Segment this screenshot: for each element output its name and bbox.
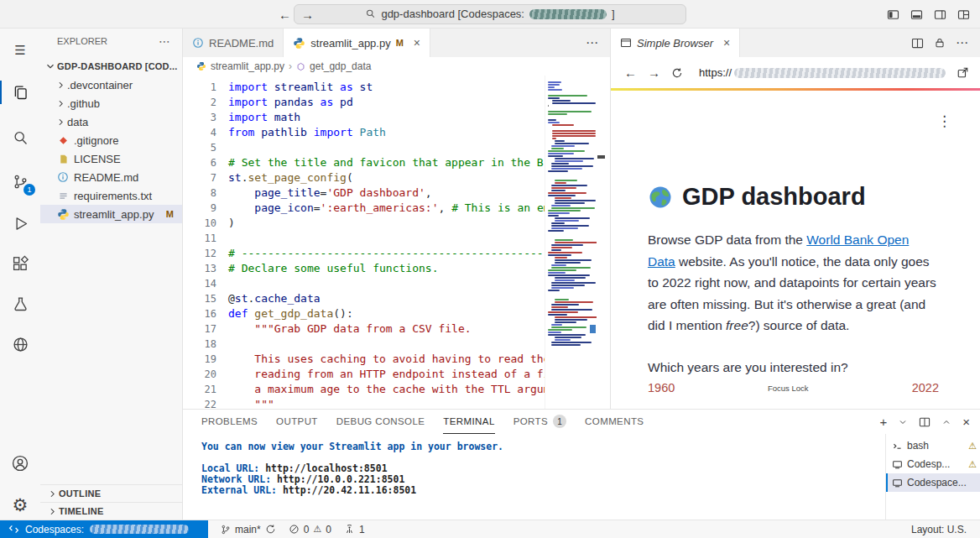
browser-address-bar[interactable]: https:// (699, 66, 946, 79)
minimap-line (555, 299, 569, 300)
minimap-line (555, 239, 573, 241)
minimap-line (555, 339, 571, 341)
line-number: 9 (183, 201, 216, 216)
testing-beaker-icon[interactable] (0, 287, 40, 321)
source-control-icon[interactable]: 1 (0, 165, 40, 198)
line-number: 16 (183, 306, 216, 321)
minimap-line (551, 304, 579, 306)
settings-gear-icon[interactable]: ⚙ (0, 488, 40, 522)
search-view-icon[interactable] (0, 121, 40, 154)
minimap-line (548, 155, 563, 157)
line-text: import streamlit as st (228, 80, 373, 95)
sidebar-explorer: EXPLORER ⋯ GDP-DASHBOARD [COD... .devcon… (40, 29, 183, 520)
panel-tab-problems[interactable]: PROBLEMS (201, 410, 258, 434)
minimap-line (555, 160, 583, 162)
panel-tab-label: PROBLEMS (201, 416, 258, 426)
terminal-list-item-codesp[interactable]: Codesp...⚠ (886, 455, 980, 473)
toggle-secondary-sidebar-icon[interactable] (934, 8, 946, 21)
explorer-item-streamlit-app-py[interactable]: streamlit_app.pyM (40, 205, 182, 223)
explorer-item-license[interactable]: LICENSE (40, 149, 182, 168)
timeline-section[interactable]: TIMELINE (40, 502, 182, 520)
warnings-icon: ⚠ (313, 524, 321, 535)
close-tab-icon[interactable]: × (723, 36, 730, 50)
toggle-sidebar-icon[interactable] (887, 8, 899, 21)
problems-status-item[interactable]: 0 ⚠ 0 (289, 520, 331, 538)
activity-bar: ☰ 1 ⚙ (0, 29, 40, 520)
explorer-root-folder[interactable]: GDP-DASHBOARD [COD... (40, 57, 182, 76)
editor-more-actions-icon[interactable]: ⋯ (586, 35, 598, 50)
overview-ruler (597, 76, 610, 409)
command-center[interactable]: gdp-dashboard [Codespaces: ] (294, 4, 686, 24)
minimap-line (551, 225, 589, 227)
code-editor[interactable]: 1import streamlit as st2import pandas as… (183, 76, 610, 409)
branch-status-item[interactable]: main* (221, 520, 276, 538)
breadcrumb-file[interactable]: streamlit_app.py (211, 60, 284, 72)
tab-streamlit-app-py[interactable]: streamlit_app.py M × (284, 29, 430, 57)
terminal-output[interactable]: You can now view your Streamlit app in y… (183, 434, 885, 520)
minimap-line (548, 274, 590, 276)
remote-indicator[interactable]: Codespaces: (0, 520, 208, 538)
extensions-icon[interactable] (0, 247, 40, 280)
panel-tab-terminal[interactable]: TERMINAL (443, 410, 494, 434)
bottom-panel: PROBLEMSOUTPUTDEBUG CONSOLETERMINALPORTS… (183, 409, 980, 520)
explorer-item-gitignore[interactable]: .gitignore (40, 131, 182, 149)
menu-icon[interactable]: ☰ (0, 34, 40, 67)
streamlit-menu-kebab-icon[interactable]: ⋮ (937, 112, 951, 130)
breadcrumb-symbol[interactable]: get_gdp_data (310, 60, 371, 72)
globe-icon[interactable] (0, 327, 40, 361)
terminal-list-item-bash[interactable]: bash⚠ (886, 436, 980, 455)
explorer-item-readme-md[interactable]: README.md (40, 168, 182, 186)
outline-section[interactable]: OUTLINE (40, 484, 182, 502)
close-panel-icon[interactable]: × (962, 415, 970, 429)
terminal-list-item-codespace[interactable]: Codespace... (886, 473, 980, 492)
explorer-item-devcontainer[interactable]: .devcontainer (40, 76, 182, 94)
history-back-button[interactable]: ← (279, 8, 291, 22)
editor-group: README.md streamlit_app.py M × ⋯ streaml… (183, 29, 611, 409)
account-icon[interactable] (0, 447, 40, 480)
line-number: 20 (183, 367, 216, 382)
explorer-item-github[interactable]: .github (40, 94, 182, 112)
minimap-line (551, 145, 575, 147)
close-tab-icon[interactable]: × (414, 36, 420, 50)
line-number: 6 (183, 155, 216, 170)
explorer-more-actions-icon[interactable]: ⋯ (159, 34, 170, 48)
browser-forward-button[interactable]: → (648, 65, 660, 80)
explorer-icon[interactable] (0, 76, 40, 109)
panel-tab-debug-console[interactable]: DEBUG CONSOLE (336, 410, 425, 434)
open-external-icon[interactable] (957, 66, 969, 79)
browser-reload-icon[interactable] (671, 67, 683, 79)
line-text: st.set_page_config( (228, 170, 353, 185)
sync-icon[interactable] (265, 524, 276, 535)
breadcrumbs[interactable]: streamlit_app.py › get_gdp_data (183, 57, 610, 76)
minimap-line (548, 176, 597, 179)
history-forward-button[interactable]: → (301, 8, 314, 22)
explorer-item-requirements-txt[interactable]: requirements.txt (40, 186, 182, 205)
panel-tab-comments[interactable]: COMMENTS (585, 410, 644, 434)
browser-more-actions-icon[interactable]: ⋯ (956, 35, 968, 50)
layout-status-item[interactable]: Layout: U.S. (911, 524, 967, 535)
minimap-line (551, 282, 596, 284)
minimap-line (548, 334, 586, 336)
new-terminal-icon[interactable]: + (879, 415, 887, 429)
explorer-item-data[interactable]: data (40, 112, 182, 131)
terminal-dropdown-chevron-icon[interactable] (898, 417, 908, 427)
toggle-panel-icon[interactable] (910, 8, 923, 21)
slider-min-value: 1960 (648, 381, 675, 394)
run-debug-icon[interactable] (0, 206, 40, 240)
panel-tab-output[interactable]: OUTPUT (276, 410, 318, 434)
browser-back-button[interactable]: ← (624, 65, 637, 80)
split-terminal-icon[interactable] (919, 416, 930, 428)
line-number: 15 (183, 291, 216, 306)
tab-simple-browser[interactable]: Simple Browser × (611, 29, 740, 57)
overview-ruler-marker (597, 155, 605, 159)
minimap[interactable] (545, 76, 597, 409)
customize-layout-icon[interactable] (957, 8, 970, 21)
panel-tab-ports[interactable]: PORTS1 (513, 410, 566, 434)
terminal-icon (892, 441, 903, 452)
lock-icon[interactable] (934, 37, 946, 49)
split-editor-icon[interactable] (911, 37, 924, 50)
explorer-title: EXPLORER (57, 36, 107, 46)
ports-status-item[interactable]: 1 (344, 520, 365, 538)
tab-readme-md[interactable]: README.md (183, 29, 284, 57)
maximize-panel-chevron-icon[interactable] (941, 417, 951, 427)
